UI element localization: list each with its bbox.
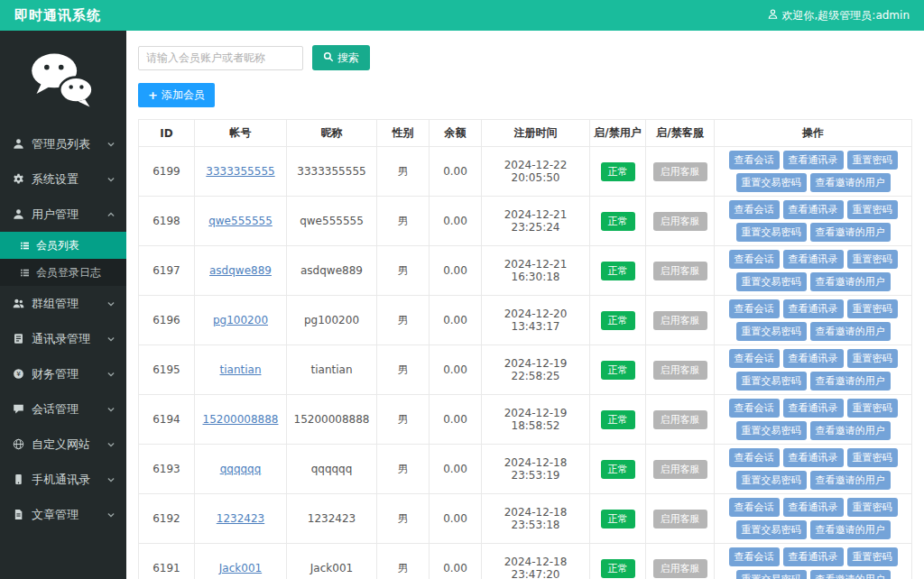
action-button[interactable]: 查看会话 [729, 200, 780, 219]
user-status-badge[interactable]: 正常 [601, 559, 635, 578]
action-button[interactable]: 查看邀请的用户 [810, 421, 891, 440]
user-status-badge[interactable]: 正常 [601, 361, 635, 380]
account-link[interactable]: asdqwe889 [209, 264, 272, 277]
user-status-badge[interactable]: 正常 [601, 162, 635, 181]
account-link[interactable]: 1232423 [217, 512, 264, 525]
service-status-badge[interactable]: 启用客服 [653, 559, 707, 578]
action-button[interactable]: 重置交易密码 [736, 322, 807, 341]
account-link[interactable]: qqqqqq [220, 463, 262, 475]
service-status-badge[interactable]: 启用客服 [653, 410, 707, 429]
cell-nickname: 15200008888 [287, 395, 377, 445]
account-link[interactable]: pg100200 [213, 314, 268, 326]
action-button[interactable]: 重置交易密码 [736, 570, 807, 579]
action-button[interactable]: 查看邀请的用户 [810, 570, 891, 579]
action-button[interactable]: 查看通讯录 [783, 250, 844, 269]
chevron-down-icon [106, 475, 116, 484]
action-button[interactable]: 重置交易密码 [736, 173, 807, 192]
action-button[interactable]: 查看会话 [729, 547, 780, 566]
action-button[interactable]: 重置交易密码 [736, 372, 807, 391]
sidebar-item[interactable]: 手机通讯录 [0, 462, 126, 497]
action-button[interactable]: 重置交易密码 [736, 223, 807, 242]
action-button[interactable]: 重置密码 [847, 349, 898, 368]
account-link[interactable]: tiantian [220, 363, 262, 376]
service-status-badge[interactable]: 启用客服 [653, 460, 707, 479]
service-status-badge[interactable]: 启用客服 [653, 162, 707, 181]
action-button[interactable]: 查看通讯录 [783, 349, 844, 368]
action-button[interactable]: 重置密码 [847, 498, 898, 517]
action-button[interactable]: 查看通讯录 [783, 448, 844, 467]
user-status-badge[interactable]: 正常 [601, 212, 635, 231]
cell-gender: 男 [377, 395, 430, 445]
sidebar-item[interactable]: 群组管理 [0, 286, 126, 321]
cell-reg-time: 2024-12-18 23:53:19 [482, 445, 590, 494]
sidebar-item[interactable]: 文章管理 [0, 497, 126, 532]
action-button[interactable]: 重置密码 [847, 547, 898, 566]
service-status-badge[interactable]: 启用客服 [653, 510, 707, 528]
sidebar-subitem[interactable]: 会员列表 [0, 232, 126, 259]
sidebar-subitem[interactable]: 会员登录日志 [0, 259, 126, 286]
action-button[interactable]: 重置交易密码 [736, 421, 807, 440]
action-button[interactable]: 查看会话 [729, 250, 780, 269]
account-link[interactable]: 3333355555 [206, 165, 274, 178]
plus-icon: + [148, 89, 158, 101]
account-link[interactable]: Jack001 [219, 562, 262, 574]
table-row: 6198qwe555555qwe555555男0.002024-12-21 23… [139, 197, 912, 246]
cell-gender: 男 [377, 296, 430, 345]
sidebar-item[interactable]: 会话管理 [0, 391, 126, 427]
action-button[interactable]: 重置密码 [847, 299, 898, 318]
action-button[interactable]: 重置密码 [847, 250, 898, 269]
cell-nickname: qqqqqq [287, 445, 377, 494]
action-button[interactable]: 重置密码 [847, 200, 898, 219]
sidebar-item[interactable]: 管理员列表 [0, 126, 126, 161]
user-status-badge[interactable]: 正常 [601, 460, 635, 479]
action-button[interactable]: 查看通讯录 [783, 200, 844, 219]
sidebar-item[interactable]: ¥财务管理 [0, 356, 126, 391]
action-button[interactable]: 查看会话 [729, 399, 780, 418]
search-button[interactable]: 搜索 [312, 45, 370, 70]
action-button[interactable]: 查看邀请的用户 [810, 173, 891, 192]
cell-account: Jack001 [195, 544, 287, 579]
sidebar-item[interactable]: 自定义网站 [0, 427, 126, 462]
sidebar-item[interactable]: 用户管理 [0, 197, 126, 232]
action-button[interactable]: 查看通讯录 [783, 299, 844, 318]
cell-gender: 男 [377, 445, 430, 494]
action-button[interactable]: 查看邀请的用户 [810, 272, 891, 291]
user-status-badge[interactable]: 正常 [601, 311, 635, 330]
chevron-down-icon [106, 335, 116, 344]
action-button[interactable]: 重置交易密码 [736, 471, 807, 490]
account-link[interactable]: qwe555555 [208, 215, 273, 227]
action-button[interactable]: 重置密码 [847, 399, 898, 418]
action-button[interactable]: 查看邀请的用户 [810, 471, 891, 490]
action-button[interactable]: 查看通讯录 [783, 399, 844, 418]
action-button[interactable]: 查看会话 [729, 349, 780, 368]
search-input[interactable] [138, 46, 303, 70]
sidebar-item[interactable]: 系统设置 [0, 161, 126, 197]
cell-nickname: qwe555555 [287, 197, 377, 246]
action-button[interactable]: 查看邀请的用户 [810, 223, 891, 242]
action-button[interactable]: 查看会话 [729, 498, 780, 517]
action-button[interactable]: 重置密码 [847, 448, 898, 467]
action-button[interactable]: 重置交易密码 [736, 520, 807, 539]
service-status-badge[interactable]: 启用客服 [653, 311, 707, 330]
add-member-button[interactable]: + 添加会员 [138, 83, 215, 107]
sidebar-item[interactable]: 通讯录管理 [0, 321, 126, 356]
table-row: 61941520000888815200008888男0.002024-12-1… [139, 395, 912, 445]
action-button[interactable]: 查看通讯录 [783, 547, 844, 566]
service-status-badge[interactable]: 启用客服 [653, 262, 707, 280]
action-button[interactable]: 查看会话 [729, 299, 780, 318]
user-status-badge[interactable]: 正常 [601, 410, 635, 429]
action-button[interactable]: 查看邀请的用户 [810, 372, 891, 391]
action-button[interactable]: 查看通讯录 [783, 498, 844, 517]
user-status-badge[interactable]: 正常 [601, 510, 635, 528]
user-status-badge[interactable]: 正常 [601, 262, 635, 280]
action-button[interactable]: 重置交易密码 [736, 272, 807, 291]
service-status-badge[interactable]: 启用客服 [653, 212, 707, 231]
action-button[interactable]: 查看会话 [729, 448, 780, 467]
action-button[interactable]: 查看邀请的用户 [810, 322, 891, 341]
service-status-badge[interactable]: 启用客服 [653, 361, 707, 380]
account-link[interactable]: 15200008888 [203, 413, 279, 426]
action-button[interactable]: 查看会话 [729, 151, 780, 170]
action-button[interactable]: 查看邀请的用户 [810, 520, 891, 539]
action-button[interactable]: 查看通讯录 [783, 151, 844, 170]
action-button[interactable]: 重置密码 [847, 151, 898, 170]
